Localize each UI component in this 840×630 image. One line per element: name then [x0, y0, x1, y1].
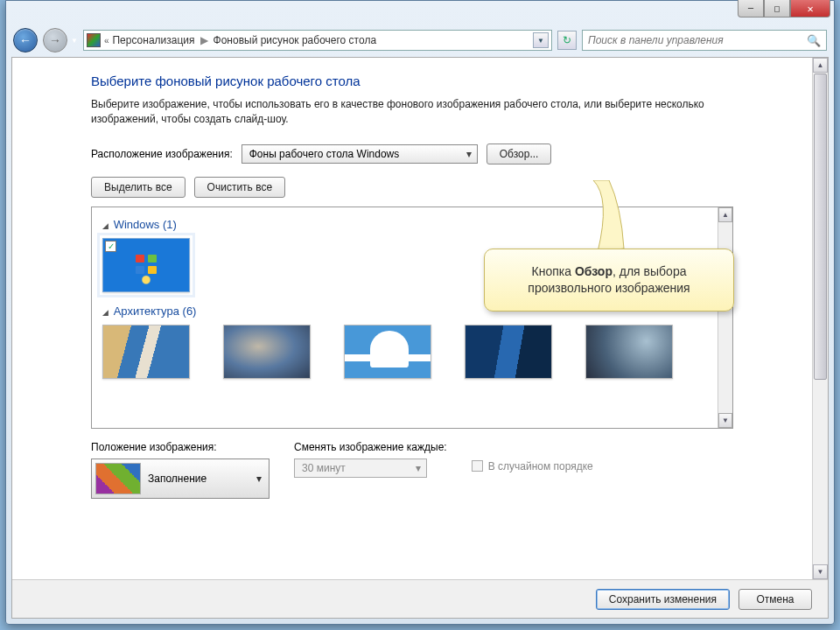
scroll-down-icon[interactable]: ▼	[718, 413, 732, 428]
select-all-button[interactable]: Выделить все	[91, 177, 186, 198]
close-button[interactable]: ✕	[790, 0, 830, 18]
nav-row: ← → ▼ « Персонализация ▶ Фоновый рисунок…	[6, 25, 834, 55]
breadcrumb-parent[interactable]: Персонализация	[112, 34, 194, 46]
minimize-button[interactable]: ─	[738, 0, 764, 18]
control-panel-icon	[87, 33, 101, 47]
interval-dropdown: 30 минут	[294, 458, 427, 478]
chevron-right-icon: ▶	[200, 34, 208, 46]
wallpaper-thumb-arch-3[interactable]	[344, 325, 431, 379]
position-label: Положение изображения:	[91, 441, 270, 453]
maximize-button[interactable]: □	[764, 0, 790, 18]
wallpaper-thumb-windows-default[interactable]: ✓	[102, 238, 190, 292]
chevron-left-icon: «	[104, 36, 109, 46]
browse-button[interactable]: Обзор...	[486, 144, 552, 164]
location-value: Фоны рабочего стола Windows	[249, 148, 400, 160]
search-input[interactable]	[588, 34, 807, 46]
footer-bar: Сохранить изменения Отмена	[12, 579, 828, 618]
position-value: Заполнение	[148, 472, 206, 485]
explorer-window: ─ □ ✕ ← → ▼ « Персонализация ▶ Фоновый р…	[5, 0, 835, 625]
breadcrumb-current[interactable]: Фоновый рисунок рабочего стола	[214, 34, 377, 46]
shuffle-option: В случайном порядке	[472, 460, 593, 472]
annotation-callout: Кнопка Обзор, для выбора произвольного и…	[484, 248, 734, 312]
wallpaper-thumb-arch-1[interactable]	[102, 325, 190, 379]
forward-button[interactable]: →	[43, 28, 67, 52]
page-description: Выберите изображение, чтобы использовать…	[91, 97, 721, 128]
interval-value: 30 минут	[302, 462, 346, 474]
scroll-up-icon[interactable]: ▲	[718, 207, 732, 222]
address-bar[interactable]: « Персонализация ▶ Фоновый рисунок рабоч…	[83, 30, 552, 51]
gallery-scrollbar[interactable]: ▲ ▼	[718, 207, 732, 428]
search-box[interactable]: 🔍	[582, 30, 827, 51]
page-title: Выберите фоновый рисунок рабочего стола	[91, 74, 812, 88]
search-icon[interactable]: 🔍	[807, 34, 821, 47]
scrollbar-thumb[interactable]	[814, 74, 827, 380]
location-label: Расположение изображения:	[91, 148, 233, 160]
shuffle-checkbox	[472, 460, 483, 472]
address-dropdown[interactable]: ▼	[533, 32, 549, 48]
position-dropdown[interactable]: Заполнение	[91, 458, 270, 499]
refresh-button[interactable]: ↻	[557, 31, 577, 50]
save-button[interactable]: Сохранить изменения	[596, 589, 730, 610]
wallpaper-thumb-arch-2[interactable]	[223, 325, 311, 379]
content-scrollbar[interactable]: ▲ ▼	[812, 58, 828, 579]
nav-history-dropdown[interactable]: ▼	[71, 37, 78, 45]
thumb-checkbox[interactable]: ✓	[105, 241, 116, 252]
collapse-icon: ◢	[102, 308, 108, 317]
collapse-icon: ◢	[102, 221, 108, 230]
titlebar: ─ □ ✕	[6, 1, 834, 25]
back-button[interactable]: ←	[13, 28, 38, 52]
wallpaper-thumb-arch-4[interactable]	[465, 325, 552, 379]
scroll-down-icon[interactable]: ▼	[813, 564, 828, 579]
cancel-button[interactable]: Отмена	[738, 589, 812, 610]
clear-all-button[interactable]: Очистить все	[194, 177, 285, 198]
location-dropdown[interactable]: Фоны рабочего стола Windows	[242, 144, 478, 164]
scroll-up-icon[interactable]: ▲	[813, 58, 828, 73]
position-preview-icon	[95, 463, 141, 494]
interval-label: Сменять изображение каждые:	[294, 441, 447, 453]
content-area: Выберите фоновый рисунок рабочего стола …	[11, 57, 829, 619]
wallpaper-thumb-arch-5[interactable]	[585, 325, 673, 379]
shuffle-label: В случайном порядке	[488, 460, 593, 472]
